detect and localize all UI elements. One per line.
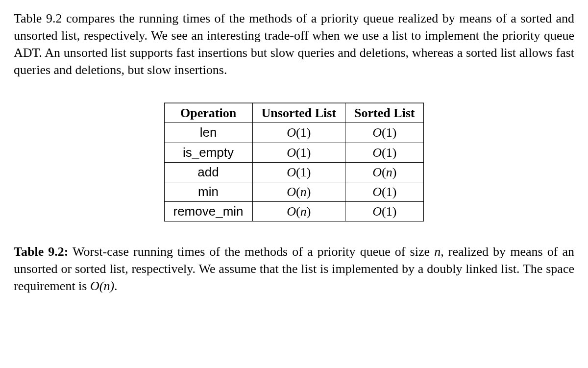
cell-unsorted: O(1) bbox=[252, 123, 345, 143]
cell-unsorted: O(1) bbox=[252, 143, 345, 162]
cell-unsorted: O(n) bbox=[252, 201, 345, 221]
col-header-operation: Operation bbox=[164, 103, 252, 123]
cell-unsorted: O(n) bbox=[252, 182, 345, 201]
cell-sorted: O(1) bbox=[345, 182, 424, 201]
cell-sorted: O(1) bbox=[345, 143, 424, 162]
table-row: remove_minO(n)O(1) bbox=[164, 201, 424, 221]
cell-operation: add bbox=[164, 162, 252, 182]
table-caption: Table 9.2: Worst-case running times of t… bbox=[14, 243, 574, 294]
col-header-sorted: Sorted List bbox=[345, 103, 424, 123]
table-row: addO(1)O(n) bbox=[164, 162, 424, 182]
cell-operation: remove_min bbox=[164, 201, 252, 221]
table-container: Operation Unsorted List Sorted List lenO… bbox=[14, 102, 574, 221]
cell-sorted: O(1) bbox=[345, 201, 424, 221]
caption-text-1: Worst-case running times of the methods … bbox=[68, 245, 434, 259]
cell-unsorted: O(1) bbox=[252, 162, 345, 182]
table-row: lenO(1)O(1) bbox=[164, 123, 424, 143]
table-row: is_emptyO(1)O(1) bbox=[164, 143, 424, 162]
cell-operation: len bbox=[164, 123, 252, 143]
caption-big-o: O(n) bbox=[90, 279, 114, 293]
cell-sorted: O(n) bbox=[345, 162, 424, 182]
intro-paragraph: Table 9.2 compares the running times of … bbox=[14, 10, 574, 78]
cell-sorted: O(1) bbox=[345, 123, 424, 143]
table-body: lenO(1)O(1)is_emptyO(1)O(1)addO(1)O(n)mi… bbox=[164, 123, 424, 221]
col-header-unsorted: Unsorted List bbox=[252, 103, 345, 123]
cell-operation: is_empty bbox=[164, 143, 252, 162]
caption-label: Table 9.2: bbox=[14, 245, 68, 259]
caption-var-n: n bbox=[434, 245, 441, 259]
table-row: minO(n)O(1) bbox=[164, 182, 424, 201]
cell-operation: min bbox=[164, 182, 252, 201]
complexity-table: Operation Unsorted List Sorted List lenO… bbox=[164, 102, 424, 221]
caption-text-3: . bbox=[114, 279, 118, 293]
